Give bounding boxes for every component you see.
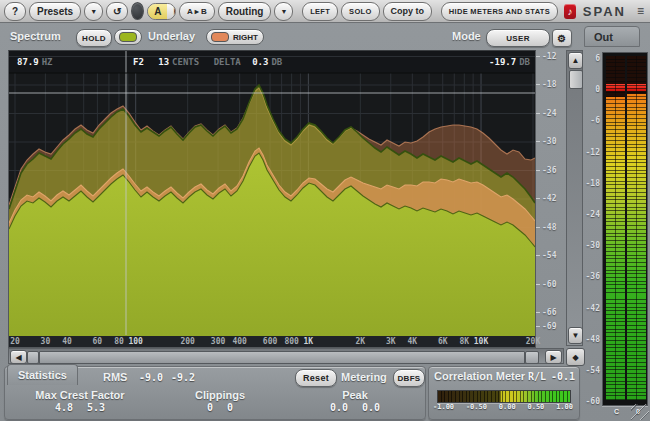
spectrum-plot[interactable]: 87.9HZ F2 13CENTS DELTA 0.3DB -19.7DB 20… xyxy=(8,50,536,348)
correlation-scale: -1.00-0.500.000.501.00 xyxy=(433,403,573,411)
vertical-scrollbar-thumb[interactable] xyxy=(569,70,583,89)
output-meter-bar-left xyxy=(606,56,625,400)
bypass-toggle[interactable] xyxy=(131,2,144,20)
hide-meters-button[interactable]: HIDE METERS AND STATS xyxy=(441,2,558,21)
peak-right-value: 0.0 xyxy=(362,402,380,413)
ab-compare-switch[interactable]: A B xyxy=(147,3,176,20)
meter-scale-label: -42 xyxy=(586,304,600,313)
correlation-tick-label: 1.00 xyxy=(556,403,573,411)
spectrum-section-label: Spectrum xyxy=(10,30,61,42)
readout-frequency: 87.9 xyxy=(17,57,39,67)
db-tick-label: -48 xyxy=(542,223,556,232)
freq-tick-label: 100 xyxy=(128,337,142,346)
meter-scale-label: -48 xyxy=(586,335,600,344)
ab-a[interactable]: A xyxy=(148,4,167,19)
scroll-right-icon[interactable]: ▶ xyxy=(545,350,562,364)
metering-mode-button[interactable]: DBFS xyxy=(393,369,425,387)
clippings-stat: Clippings 00 xyxy=(165,389,275,413)
rms-left-value: -9.0 xyxy=(139,372,163,383)
reset-button[interactable]: Reset xyxy=(295,369,337,387)
hold-button[interactable]: HOLD xyxy=(76,29,112,47)
mode-value-button[interactable]: USER xyxy=(486,29,550,47)
statistics-tab: Statistics xyxy=(7,364,78,385)
readout-delta-unit: DB xyxy=(271,57,282,67)
meter-scale-label: -18 xyxy=(586,179,600,188)
help-button[interactable]: ? xyxy=(4,2,26,21)
horizontal-scrollbar-thumb[interactable] xyxy=(39,351,525,364)
gear-icon[interactable]: ⚙ xyxy=(552,29,572,47)
db-tick xyxy=(536,113,540,114)
solo-button[interactable]: SOLO xyxy=(341,2,379,21)
freq-tick-label: 60 xyxy=(93,337,103,346)
meter-scale-label: -30 xyxy=(586,241,600,250)
db-tick xyxy=(536,284,540,285)
freq-tick-label: 10K xyxy=(474,337,488,346)
freq-tick-label: 3K xyxy=(386,337,396,346)
db-tick-label: -30 xyxy=(542,137,556,146)
vertical-scrollbar[interactable]: ▲ ▼ xyxy=(566,50,583,346)
db-tick-label: -69 xyxy=(542,322,556,331)
underlay-right-selector[interactable]: RIGHT xyxy=(206,29,264,45)
db-tick-label: -54 xyxy=(542,251,556,260)
undo-icon[interactable]: ↺ xyxy=(106,2,128,21)
presets-button[interactable]: Presets xyxy=(29,2,81,21)
db-axis: -12-18-24-30-36-42-48-54-60-66-69 xyxy=(536,50,562,346)
a-to-b-button[interactable]: A ▸ B xyxy=(179,2,215,21)
correlation-title: Correlation Meter xyxy=(434,370,525,382)
db-tick xyxy=(536,312,540,313)
meter-bottom-left-label: C xyxy=(614,408,619,415)
routing-button[interactable]: Routing xyxy=(218,2,272,21)
ab-b[interactable]: B xyxy=(167,4,176,19)
presets-dropdown-icon[interactable]: ▼ xyxy=(84,2,103,21)
spectrum-canvas xyxy=(9,51,535,347)
scroll-down-icon[interactable]: ▼ xyxy=(568,327,583,344)
readout-cents-unit: CENTS xyxy=(172,57,199,67)
db-tick xyxy=(536,141,540,142)
db-tick xyxy=(536,255,540,256)
left-channel-button[interactable]: LEFT xyxy=(302,2,338,21)
freq-tick-label: 8K xyxy=(459,337,469,346)
db-tick-label: -18 xyxy=(542,80,556,89)
correlation-channel-pair[interactable]: R/L xyxy=(528,371,546,382)
readout-frequency-unit: HZ xyxy=(42,57,53,67)
scroll-left-icon[interactable]: ◀ xyxy=(10,350,27,364)
scroll-up-icon[interactable]: ▲ xyxy=(568,52,583,69)
freq-tick-label: 600 xyxy=(263,337,277,346)
readout-delta-label: DELTA xyxy=(214,57,241,67)
orange-swatch-icon xyxy=(211,32,229,42)
output-meter-scale: 60-6-12-18-24-30-36-42-48-54-60 xyxy=(584,53,600,407)
scroll-reset-diamond-icon[interactable]: ◆ xyxy=(566,348,585,366)
left-channel-color-swatch[interactable] xyxy=(114,29,142,45)
correlation-groupbox: Correlation Meter R/L -0.1 -1.00-0.500.0… xyxy=(428,366,580,420)
horizontal-scrollbar[interactable]: ◀ ▶ xyxy=(8,348,564,364)
freq-tick-label: 20 xyxy=(10,337,20,346)
copy-to-button[interactable]: Copy to xyxy=(383,2,433,21)
meter-scale-label: -6 xyxy=(590,116,600,125)
routing-dropdown-icon[interactable]: ▼ xyxy=(274,2,293,21)
rms-right-value: -9.2 xyxy=(171,372,195,383)
freq-tick-label: 1K xyxy=(304,337,314,346)
horizontal-scrollbar-grip[interactable] xyxy=(27,351,39,364)
resize-grip[interactable] xyxy=(631,404,649,420)
crest-factor-stat: Max Crest Factor 4.85.3 xyxy=(15,389,145,413)
output-meter-panel[interactable]: 60-6-12-18-24-30-36-42-48-54-60 xyxy=(602,52,648,406)
out-tab[interactable]: Out xyxy=(584,26,640,47)
freq-tick-label: 40 xyxy=(62,337,72,346)
menu-icon[interactable]: ≡ xyxy=(637,4,644,18)
db-tick-label: -24 xyxy=(542,109,556,118)
freq-tick-label: 2K xyxy=(356,337,366,346)
db-tick xyxy=(536,56,540,57)
db-tick xyxy=(536,227,540,228)
meter-scale-label: -36 xyxy=(586,272,600,281)
db-tick xyxy=(536,198,540,199)
correlation-tick-label: -1.00 xyxy=(433,403,454,411)
top-toolbar: ? Presets ▼ ↺ A B A ▸ B Routing ▼ LEFT S… xyxy=(0,0,650,23)
freq-tick-label: 300 xyxy=(211,337,225,346)
correlation-tick-label: 0.00 xyxy=(499,403,516,411)
peak-left-value: 0.0 xyxy=(330,402,348,413)
green-swatch-icon xyxy=(119,32,137,42)
freq-tick-label: 6K xyxy=(438,337,448,346)
rms-label: RMS xyxy=(103,371,127,383)
clippings-left-value: 0 xyxy=(207,402,213,413)
horizontal-scrollbar-grip-end[interactable] xyxy=(525,351,539,364)
